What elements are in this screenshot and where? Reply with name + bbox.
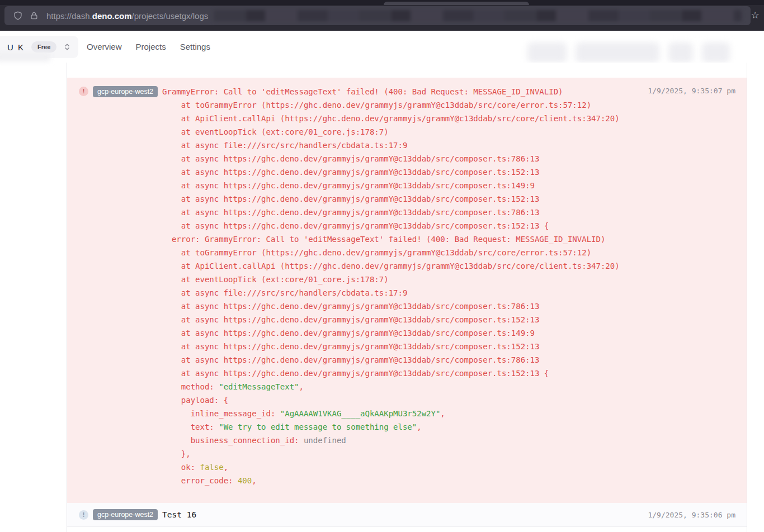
url-path: /projects/usetgx/logs: [132, 11, 209, 21]
header-redacted-blur-left: [0, 52, 50, 61]
tracking-shield-icon[interactable]: [13, 11, 23, 21]
chevron-up-down-icon: [63, 43, 71, 51]
region-badge: gcp-europe-west2: [93, 86, 158, 97]
region-badge: gcp-europe-west2: [93, 509, 158, 520]
url-scheme: https://dash.: [46, 11, 92, 21]
info-level-icon: !: [79, 510, 88, 520]
url-bar[interactable]: https://dash.deno.com/projects/usetgx/lo…: [4, 6, 751, 25]
plan-badge: Free: [31, 41, 56, 53]
error-level-icon: !: [79, 87, 88, 96]
app-header: U K Free Overview Projects Settings: [0, 31, 764, 63]
log-message: Test 16: [162, 510, 196, 519]
log-entry[interactable]: !gcp-europe-west2GrammyError: Call to 'e…: [67, 78, 747, 503]
browser-chrome: https://dash.deno.com/projects/usetgx/lo…: [0, 0, 764, 31]
main-nav: Overview Projects Settings: [87, 31, 210, 63]
log-row-remnant: [67, 63, 747, 78]
log-entry[interactable]: !gcp-europe-west2Test 161/9/2025, 9:35:0…: [67, 503, 747, 527]
log-message: GrammyError: Call to 'editMessageText' f…: [162, 85, 640, 487]
url-domain: deno.com: [92, 11, 132, 21]
connection-lock-icon[interactable]: [29, 11, 39, 21]
log-list: !gcp-europe-west2GrammyError: Call to 'e…: [67, 78, 747, 527]
log-timestamp: 1/9/2025, 9:35:06 pm: [648, 511, 735, 519]
org-name: U K: [7, 42, 25, 52]
url-text: https://dash.deno.com/projects/usetgx/lo…: [46, 11, 208, 21]
url-redacted-blur: [214, 10, 742, 21]
header-redacted-blur: [527, 42, 730, 63]
nav-overview[interactable]: Overview: [87, 42, 122, 51]
logs-panel: !gcp-europe-west2GrammyError: Call to 'e…: [67, 63, 747, 532]
nav-projects[interactable]: Projects: [136, 42, 166, 51]
nav-settings[interactable]: Settings: [180, 42, 210, 51]
active-tab[interactable]: [384, 2, 529, 5]
browser-tabstrip: [0, 0, 764, 5]
bookmark-star-icon[interactable]: ☆: [749, 10, 761, 22]
log-timestamp: 1/9/2025, 9:35:07 pm: [648, 87, 735, 95]
